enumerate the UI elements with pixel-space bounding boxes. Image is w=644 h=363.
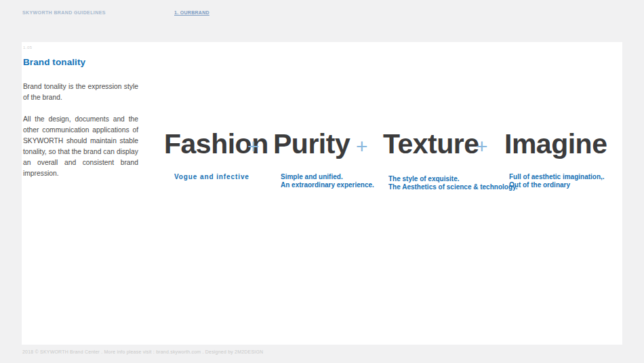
caption-line: An extraordinary experience. (281, 181, 374, 189)
footer-copyright: 2018 © SKYWORTH Brand Center . More info… (22, 349, 263, 354)
caption-line: Vogue and infective (174, 173, 249, 181)
caption-line: Full of aesthetic imagination,. (509, 173, 605, 181)
plus-separator: + (247, 136, 260, 157)
caption-line: The Aesthetics of science & technology. (388, 183, 518, 191)
brand-guidelines-page: { "header": { "brand_label": "SKYWORTH B… (0, 0, 644, 363)
caption-fashion: Vogue and infective (174, 173, 249, 181)
tonality-word-texture: Texture (383, 130, 479, 158)
caption-imagine: Full of aesthetic imagination,. Out of t… (509, 173, 605, 189)
caption-line: Simple and unified. (281, 173, 374, 181)
caption-texture: The style of exquisite. The Aesthetics o… (388, 175, 518, 191)
page-title: Brand tonality (23, 57, 85, 67)
caption-line: The style of exquisite. (388, 175, 518, 183)
plus-separator: + (476, 136, 488, 157)
plus-separator: + (356, 136, 368, 157)
tonality-word-imagine: Imagine (504, 130, 607, 158)
intro-paragraph-1: Brand tonality is the expression style o… (23, 81, 138, 103)
header-nav-link-ourbrand[interactable]: 1. OURBRAND (174, 10, 209, 15)
tonality-word-purity: Purity (273, 130, 350, 158)
content-card: 1.05 Brand tonality Brand tonality is th… (22, 42, 622, 345)
section-number: 1.05 (23, 45, 33, 50)
intro-paragraph-2: All the design, documents and the other … (23, 114, 138, 179)
caption-line: Out of the ordinary (509, 181, 605, 189)
caption-purity: Simple and unified. An extraordinary exp… (281, 173, 374, 189)
header-brand-label: SKYWORTH BRAND GUIDELINES (22, 10, 106, 15)
